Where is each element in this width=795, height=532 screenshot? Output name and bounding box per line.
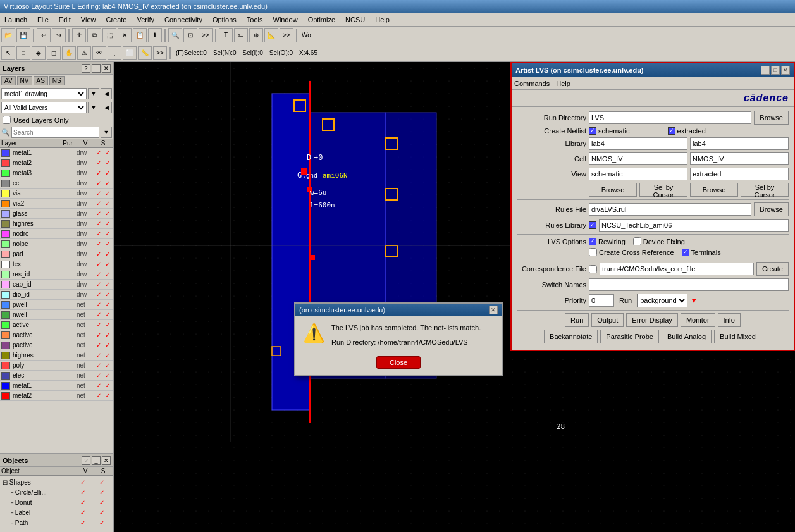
lvs-minimize-btn[interactable]: _ — [761, 66, 770, 75]
rules-library-input[interactable] — [599, 219, 789, 232]
info-icon[interactable]: ℹ — [148, 28, 162, 42]
layer-row[interactable]: pwellnet✓✓ — [0, 300, 113, 310]
correspondence-create-btn[interactable]: Create — [756, 262, 789, 276]
layer-row[interactable]: viadrw✓✓ — [0, 189, 113, 199]
menu-ncsu[interactable]: NCSU — [343, 15, 367, 24]
menu-connectivity[interactable]: Connectivity — [163, 15, 204, 24]
layer-row[interactable]: nolpedrw✓✓ — [0, 239, 113, 249]
zoom-in-icon[interactable]: 🔍 — [168, 28, 182, 42]
layer-row[interactable]: ccdrw✓✓ — [0, 178, 113, 189]
layer-select1[interactable]: metal1 drawing — [1, 88, 87, 99]
layer-row[interactable]: metal3drw✓✓ — [0, 168, 113, 178]
backannotate-btn[interactable]: Backannotate — [544, 330, 598, 343]
rewiring-checkbox[interactable] — [589, 238, 596, 245]
tab-ns[interactable]: NS — [49, 76, 65, 85]
properties-icon[interactable]: 📋 — [133, 28, 147, 42]
rules-file-input[interactable] — [589, 203, 751, 216]
layers-minimize-btn[interactable]: _ — [92, 64, 101, 73]
run-mode-select[interactable]: background — [637, 294, 687, 307]
layers-help-btn[interactable]: ? — [82, 64, 90, 73]
layer-dropdown-arrow2[interactable]: ▼ — [88, 102, 99, 113]
menu-help[interactable]: Help — [373, 15, 391, 24]
menu-file[interactable]: File — [35, 15, 51, 24]
objects-minimize-btn[interactable]: _ — [92, 456, 101, 465]
canvas-area[interactable]: D +0 G .gnd ami06N w=6u l=600n 28 Artist… — [114, 62, 795, 532]
full-sel-icon[interactable]: ◈ — [32, 46, 46, 60]
layer-row[interactable]: textdrw✓✓ — [0, 259, 113, 269]
layer-row[interactable]: polynet✓✓ — [0, 361, 113, 371]
chip-icon[interactable]: ⬜ — [123, 46, 137, 60]
parasitic-probe-btn[interactable]: Parasitic Probe — [600, 330, 659, 343]
view-schematic-input[interactable] — [589, 168, 687, 180]
layer-row[interactable]: metal1drw✓✓ — [0, 148, 113, 158]
layer-row[interactable]: metal1net✓✓ — [0, 381, 113, 391]
tab-av[interactable]: AV — [1, 76, 16, 85]
search-dropdown[interactable]: ▼ — [101, 127, 112, 138]
layers-close-btn[interactable]: ✕ — [102, 64, 111, 73]
menu-verify[interactable]: Verify — [135, 15, 156, 24]
dialog-close-btn[interactable]: ✕ — [489, 306, 498, 314]
hierarchy-icon[interactable]: ⋮ — [108, 46, 121, 60]
run-directory-browse-btn[interactable]: Browse — [754, 111, 789, 125]
error-display-btn[interactable]: Error Display — [626, 313, 678, 327]
layer-row[interactable]: glassdrw✓✓ — [0, 209, 113, 219]
layer-row[interactable]: nactivenet✓✓ — [0, 330, 113, 340]
library-schematic-input[interactable] — [589, 137, 687, 150]
layer-row[interactable]: highresnet✓✓ — [0, 350, 113, 361]
stretch-icon[interactable]: ⬚ — [102, 28, 116, 42]
browse-schematic-btn[interactable]: Browse — [589, 183, 637, 197]
cell-schematic-input[interactable] — [589, 152, 687, 165]
switch-names-input[interactable] — [589, 278, 789, 291]
device-fixing-checkbox[interactable] — [633, 237, 641, 245]
layer-row[interactable]: metal2net✓✓ — [0, 391, 113, 401]
schematic-checkbox[interactable] — [589, 127, 596, 135]
used-layers-checkbox[interactable] — [3, 116, 11, 124]
extracted-checkbox[interactable] — [668, 127, 675, 135]
menu-options[interactable]: Options — [211, 15, 238, 24]
output-btn[interactable]: Output — [591, 313, 624, 327]
layer-row[interactable]: activenet✓✓ — [0, 320, 113, 330]
sel-by-cursor-extracted-btn[interactable]: Sel by Cursor — [741, 183, 789, 197]
layer-row[interactable]: paddrw✓✓ — [0, 249, 113, 259]
run-mode-dropdown-icon[interactable]: ▼ — [690, 296, 698, 305]
more2-icon[interactable]: >> — [280, 28, 293, 42]
lvs-menu-help[interactable]: Help — [556, 80, 570, 87]
build-analog-btn[interactable]: Build Analog — [662, 330, 712, 343]
menu-launch[interactable]: Launch — [3, 15, 29, 24]
layer-scroll-btn2[interactable]: ◀ — [101, 102, 112, 113]
view-extracted-input[interactable] — [690, 168, 789, 180]
undo-icon[interactable]: ↩ — [37, 28, 51, 42]
layer-row[interactable]: dio_iddrw✓✓ — [0, 290, 113, 300]
layer-row[interactable]: res_iddrw✓✓ — [0, 269, 113, 280]
select-icon[interactable]: ↖ — [1, 46, 15, 60]
cross-ref-checkbox[interactable] — [589, 248, 597, 256]
menu-create[interactable]: Create — [104, 15, 128, 24]
copy-icon[interactable]: ⧉ — [87, 28, 101, 42]
menu-window[interactable]: Window — [271, 15, 300, 24]
snap-icon[interactable]: ⊕ — [249, 28, 263, 42]
build-mixed-btn[interactable]: Build Mixed — [714, 330, 761, 343]
layer-row[interactable]: via2drw✓✓ — [0, 199, 113, 209]
lvs-maximize-btn[interactable]: □ — [771, 66, 780, 75]
layer-row[interactable]: highresdrw✓✓ — [0, 219, 113, 229]
correspondence-file-input[interactable] — [600, 263, 754, 275]
dialog-close-button[interactable]: Close — [376, 356, 421, 369]
text-icon[interactable]: T — [219, 28, 233, 42]
lvs-menu-commands[interactable]: Commands — [514, 80, 550, 87]
tab-as[interactable]: AS — [34, 76, 48, 85]
menu-view[interactable]: View — [79, 15, 98, 24]
more-icon[interactable]: >> — [199, 28, 213, 42]
lvs-close-btn[interactable]: ✕ — [781, 66, 790, 75]
correspondence-file-checkbox[interactable] — [589, 265, 597, 273]
layer-row[interactable]: pactivenet✓✓ — [0, 340, 113, 350]
layer-select2[interactable]: All Valid Layers — [1, 102, 87, 113]
redo-icon[interactable]: ↪ — [52, 28, 66, 42]
open-icon[interactable]: 📂 — [1, 28, 15, 42]
measure-icon[interactable]: 📏 — [138, 46, 152, 60]
warn-icon[interactable]: ⚠ — [77, 46, 91, 60]
layer-scroll-btn1[interactable]: ◀ — [101, 88, 112, 99]
menu-edit[interactable]: Edit — [57, 15, 73, 24]
menu-tools[interactable]: Tools — [245, 15, 265, 24]
objects-close-btn[interactable]: ✕ — [102, 456, 111, 465]
run-btn[interactable]: Run — [565, 313, 589, 327]
